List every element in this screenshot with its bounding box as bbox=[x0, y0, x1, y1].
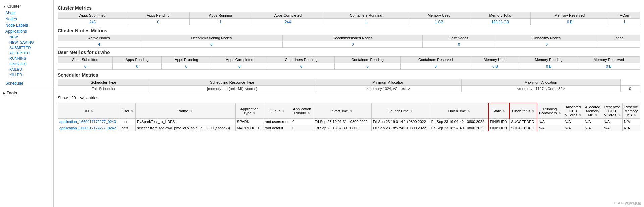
cell-running-containers: N/A bbox=[537, 125, 563, 131]
cell-launchtime: Fri Sep 23 19:01:42 +0800 2022 bbox=[371, 118, 430, 125]
col-header-name[interactable]: Name ⇅ bbox=[136, 103, 235, 118]
cluster-nodes-metrics-title: Cluster Nodes Metrics bbox=[58, 28, 640, 33]
cell-queue: root.default bbox=[263, 125, 291, 131]
applications-table: ID ⇅ User ⇅ Name ⇅ ApplicationType ⇅ Que… bbox=[58, 103, 640, 131]
col-header-reserved-mem[interactable]: ReserveMemoryMB ⇅ bbox=[622, 103, 640, 118]
scheduler-metrics-title: Scheduler Metrics bbox=[58, 72, 640, 78]
cell-app-type: SPARK bbox=[235, 118, 263, 125]
cell-state: FINISHED bbox=[488, 125, 509, 131]
sidebar: ▼ Cluster About Nodes Node Labels Applic… bbox=[0, 0, 54, 207]
cell-name: select * from sgd.dwd_pmc_erp_sale_in...… bbox=[136, 125, 235, 131]
cell-alloc-mem: N/A bbox=[583, 125, 602, 131]
col-header-starttime[interactable]: StartTime ⇅ bbox=[313, 103, 371, 118]
cluster-nodes-metrics-table: Active NodesDecommissioning NodesDecommi… bbox=[58, 35, 640, 48]
col-header-priority[interactable]: ApplicationPriority ⇅ bbox=[291, 103, 313, 118]
cell-finishtime: Fri Sep 23 19:01:42 +0800 2022 bbox=[430, 118, 488, 125]
cell-running-containers: N/A bbox=[537, 118, 563, 125]
cell-finalstatus: SUCCEEDED bbox=[509, 118, 537, 125]
sidebar-item-applications[interactable]: Applications bbox=[0, 28, 53, 34]
cell-alloc-cpu: N/A bbox=[563, 118, 583, 125]
main-content: Cluster Metrics Apps SubmittedApps Pendi… bbox=[54, 0, 644, 207]
col-header-finalstatus[interactable]: FinalStatus ⇅ bbox=[509, 103, 537, 118]
cell-starttime: Fri Sep 23 18:57:39 +0800 bbox=[313, 125, 371, 131]
cell-priority: 0 bbox=[291, 118, 313, 125]
table-row: application_1660017172277_0243rootPySpar… bbox=[58, 118, 640, 125]
sidebar-item-scheduler[interactable]: Scheduler bbox=[0, 80, 53, 86]
cell-user: hdfs bbox=[120, 125, 136, 131]
sidebar-item-killed[interactable]: KILLED bbox=[0, 72, 53, 77]
sidebar-item-finished[interactable]: FINISHED bbox=[0, 61, 53, 67]
col-header-app-type[interactable]: ApplicationType ⇅ bbox=[235, 103, 263, 118]
show-label: Show bbox=[58, 96, 68, 100]
user-metrics-title: User Metrics for dr.who bbox=[58, 50, 640, 55]
cell-app-type: MAPREDUCE bbox=[235, 125, 263, 131]
watermark: CSDN @梦很长情 bbox=[614, 201, 641, 206]
col-header-user[interactable]: User ⇅ bbox=[120, 103, 136, 118]
scheduler-metrics-table: Scheduler TypeScheduling Resource TypeMi… bbox=[58, 79, 640, 92]
cell-reserved-cpu: N/A bbox=[602, 118, 622, 125]
cell-reserved-mem: N/A bbox=[622, 118, 640, 125]
sidebar-item-node-labels[interactable]: Node Labels bbox=[0, 22, 53, 28]
cell-user: root bbox=[120, 118, 136, 125]
sidebar-item-running[interactable]: RUNNING bbox=[0, 56, 53, 61]
sidebar-item-accepted[interactable]: ACCEPTED bbox=[0, 50, 53, 56]
sidebar-item-submitted[interactable]: SUBMITTED bbox=[0, 45, 53, 50]
col-header-alloc-cpu[interactable]: AllocatedCPUVCores ⇅ bbox=[563, 103, 583, 118]
tools-section[interactable]: ▶ Tools bbox=[0, 89, 53, 97]
cell-name: PySparkTest_to_HDFS bbox=[136, 118, 235, 125]
tools-arrow-icon: ▶ bbox=[3, 91, 5, 95]
entries-select[interactable]: 102050100 bbox=[69, 95, 85, 101]
cell-queue: root.users.root bbox=[263, 118, 291, 125]
user-metrics-table: Apps SubmittedApps PendingApps RunningAp… bbox=[58, 56, 640, 70]
cell-reserved-mem: N/A bbox=[622, 125, 640, 131]
cell-alloc-cpu: N/A bbox=[563, 125, 583, 131]
tools-label: Tools bbox=[7, 91, 17, 95]
cell-starttime: Fri Sep 23 19:01:31 +0800 2022 bbox=[313, 118, 371, 125]
cluster-section[interactable]: ▼ Cluster bbox=[0, 3, 53, 10]
col-header-id[interactable]: ID ⇅ bbox=[58, 103, 120, 118]
sidebar-item-failed[interactable]: FAILED bbox=[0, 67, 53, 72]
col-header-reserved-cpu[interactable]: ReservedCPUVCores ⇅ bbox=[602, 103, 622, 118]
table-row: application_1660017172277_0242hdfsselect… bbox=[58, 125, 640, 131]
cell-alloc-mem: N/A bbox=[583, 118, 602, 125]
sidebar-item-new-saving[interactable]: NEW_SAVING bbox=[0, 40, 53, 45]
show-entries-control: Show 102050100 entries bbox=[58, 95, 640, 101]
cell-state: FINISHED bbox=[488, 118, 509, 125]
col-header-alloc-mem[interactable]: AllocatedMemoryMB ⇅ bbox=[583, 103, 602, 118]
cell-launchtime: Fri Sep 23 18:57:40 +0800 2022 bbox=[371, 125, 430, 131]
col-header-finishtime[interactable]: FinishTime ⇅ bbox=[430, 103, 488, 118]
col-header-state[interactable]: State ⇅ bbox=[488, 103, 509, 118]
cell-finishtime: Fri Sep 23 18:57:49 +0800 2022 bbox=[430, 125, 488, 131]
cluster-metrics-title: Cluster Metrics bbox=[58, 5, 640, 11]
col-header-launchtime[interactable]: LaunchTime ⇅ bbox=[371, 103, 430, 118]
sidebar-item-about[interactable]: About bbox=[0, 10, 53, 16]
cluster-metrics-table: Apps SubmittedApps PendingApps RunningAp… bbox=[58, 12, 640, 25]
sidebar-item-nodes[interactable]: Nodes bbox=[0, 16, 53, 22]
cluster-label: Cluster bbox=[7, 4, 21, 9]
cluster-arrow-icon: ▼ bbox=[3, 5, 6, 8]
col-header-running-containers[interactable]: RunningContainers ⇅ bbox=[537, 103, 563, 118]
col-header-queue[interactable]: Queue ⇅ bbox=[263, 103, 291, 118]
cell-reserved-cpu: N/A bbox=[602, 125, 622, 131]
cell-finalstatus: SUCCEEDED bbox=[509, 125, 537, 131]
cell-id[interactable]: application_1660017172277_0242 bbox=[58, 125, 120, 131]
sidebar-item-new[interactable]: NEW bbox=[0, 34, 53, 40]
entries-suffix: entries bbox=[86, 96, 98, 100]
cell-priority: 0 bbox=[291, 125, 313, 131]
cell-id[interactable]: application_1660017172277_0243 bbox=[58, 118, 120, 125]
